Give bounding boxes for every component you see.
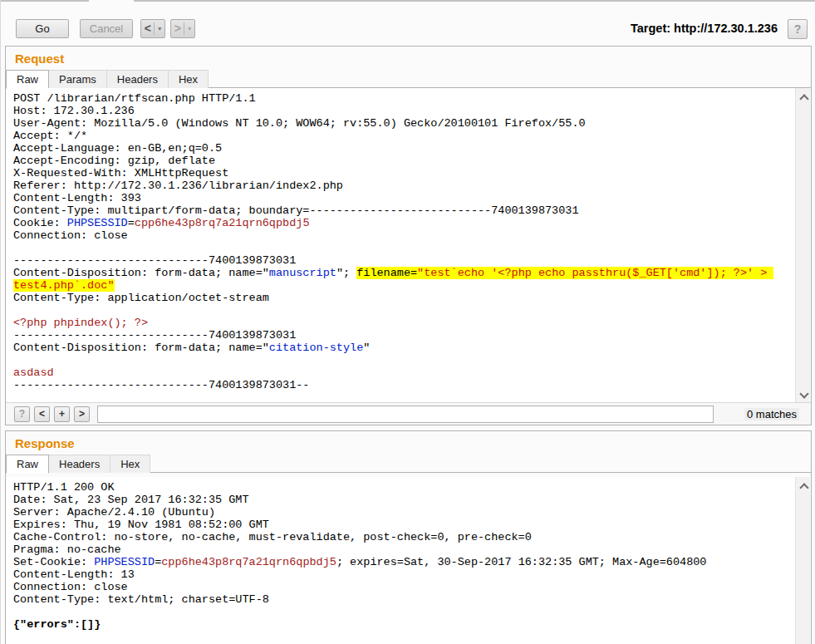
code-line: HTTP/1.1 200 OK bbox=[13, 481, 795, 494]
code-line: -----------------------------74001398730… bbox=[13, 379, 795, 391]
toolbar: Go Cancel < ▼ > ▼ Target: http://172.30.… bbox=[1, 3, 815, 46]
code-line: Content-Disposition: form-data; name="ci… bbox=[13, 342, 795, 354]
tab-headers[interactable]: Headers bbox=[49, 455, 110, 473]
scroll-up-icon[interactable] bbox=[800, 483, 807, 489]
code-line: POST /librarian/rtfscan.php HTTP/1.1 bbox=[13, 92, 795, 105]
back-arrow-icon: < bbox=[141, 20, 154, 37]
forward-arrow-icon: > bbox=[171, 20, 184, 37]
request-title: Request bbox=[15, 52, 64, 66]
scroll-up-icon[interactable] bbox=[800, 94, 807, 101]
code-line: <?php phpindex(); ?> bbox=[13, 317, 795, 329]
response-panel: Response RawHeadersHex HTTP/1.1 200 OKDa… bbox=[5, 430, 812, 644]
code-line: Date: Sat, 23 Sep 2017 16:32:35 GMT bbox=[13, 494, 795, 506]
code-line bbox=[13, 242, 795, 254]
search-prev-button[interactable]: < bbox=[34, 406, 50, 422]
code-line: Accept: */* bbox=[13, 130, 795, 142]
target-label: Target: http://172.30.1.236 bbox=[631, 22, 778, 35]
code-line: Content-Disposition: form-data; name="ma… bbox=[13, 267, 795, 279]
repeater-window: Go Cancel < ▼ > ▼ Target: http://172.30.… bbox=[0, 0, 815, 644]
code-line: Accept-Encoding: gzip, deflate bbox=[13, 155, 795, 167]
cancel-button[interactable]: Cancel bbox=[80, 19, 133, 38]
code-line bbox=[13, 304, 795, 317]
tab-raw[interactable]: Raw bbox=[6, 455, 49, 474]
code-line: Content-Type: text/html; charset=UTF-8 bbox=[13, 593, 795, 606]
code-line: Content-Length: 13 bbox=[13, 568, 795, 581]
history-forward-button[interactable]: > ▼ bbox=[170, 19, 195, 38]
code-line: Cache-Control: no-store, no-cache, must-… bbox=[13, 531, 795, 543]
search-add-button[interactable]: + bbox=[54, 406, 70, 422]
history-back-button[interactable]: < ▼ bbox=[140, 19, 165, 38]
code-line: Content-Type: application/octet-stream bbox=[13, 292, 795, 304]
tab-strip-border-right bbox=[134, 0, 815, 2]
search-matches-label: 0 matches bbox=[744, 408, 799, 420]
response-title: Response bbox=[15, 436, 75, 450]
code-line: Server: Apache/2.4.10 (Ubuntu) bbox=[13, 506, 795, 519]
code-line: Connection: close bbox=[13, 229, 795, 242]
search-input[interactable] bbox=[97, 406, 714, 423]
tab-hex[interactable]: Hex bbox=[110, 455, 150, 473]
code-line: Content-Type: multipart/form-data; bound… bbox=[13, 204, 795, 217]
code-line: -----------------------------74001398730… bbox=[13, 254, 795, 267]
code-line bbox=[13, 606, 795, 618]
scroll-down-icon[interactable] bbox=[800, 391, 807, 397]
chevron-down-icon[interactable]: ▼ bbox=[155, 20, 164, 37]
request-search-bar: ? < + > 0 matches bbox=[6, 402, 811, 425]
code-line: Expires: Thu, 19 Nov 1981 08:52:00 GMT bbox=[13, 519, 795, 531]
response-tab-bar: RawHeadersHex bbox=[6, 455, 811, 473]
request-editor[interactable]: POST /librarian/rtfscan.php HTTP/1.1Host… bbox=[7, 88, 795, 403]
tab-hex[interactable]: Hex bbox=[169, 70, 209, 88]
code-line: asdasd bbox=[13, 366, 795, 379]
request-tab-bar: RawParamsHeadersHex bbox=[6, 70, 811, 88]
search-help-button[interactable]: ? bbox=[14, 406, 30, 422]
code-line: -----------------------------74001398730… bbox=[13, 329, 795, 342]
code-line: Accept-Language: en-GB,en;q=0.5 bbox=[13, 142, 795, 155]
go-button[interactable]: Go bbox=[16, 19, 69, 38]
response-scrollbar[interactable] bbox=[795, 477, 810, 644]
tab-params[interactable]: Params bbox=[49, 70, 107, 88]
tab-headers[interactable]: Headers bbox=[107, 70, 169, 88]
code-line: Set-Cookie: PHPSESSID=cpp6he43p8rq7a21qr… bbox=[13, 556, 795, 568]
chevron-down-icon[interactable]: ▼ bbox=[184, 20, 194, 37]
request-panel: Request RawParamsHeadersHex POST /librar… bbox=[5, 46, 812, 425]
help-button[interactable]: ? bbox=[788, 19, 808, 39]
code-line: test4.php`.doc" bbox=[13, 279, 795, 292]
tab-strip-border-left bbox=[1, 0, 89, 2]
code-line: Content-Length: 393 bbox=[13, 192, 795, 204]
search-next-button[interactable]: > bbox=[74, 406, 90, 422]
code-line: Cookie: PHPSESSID=cpp6he43p8rq7a21qrn6qp… bbox=[13, 217, 795, 229]
code-line: X-Requested-With: XMLHttpRequest bbox=[13, 167, 795, 179]
code-line bbox=[13, 354, 795, 366]
response-editor[interactable]: HTTP/1.1 200 OKDate: Sat, 23 Sep 2017 16… bbox=[7, 477, 795, 644]
code-line: User-Agent: Mozilla/5.0 (Windows NT 10.0… bbox=[13, 117, 795, 130]
code-line: Host: 172.30.1.236 bbox=[13, 105, 795, 117]
code-line: {"errors":[]} bbox=[13, 618, 795, 631]
tab-raw[interactable]: Raw bbox=[6, 70, 49, 89]
code-line: Connection: close bbox=[13, 581, 795, 593]
code-line: Referer: http://172.30.1.236/librarian/i… bbox=[13, 179, 795, 192]
code-line: Pragma: no-cache bbox=[13, 543, 795, 556]
request-scrollbar[interactable] bbox=[795, 88, 810, 403]
